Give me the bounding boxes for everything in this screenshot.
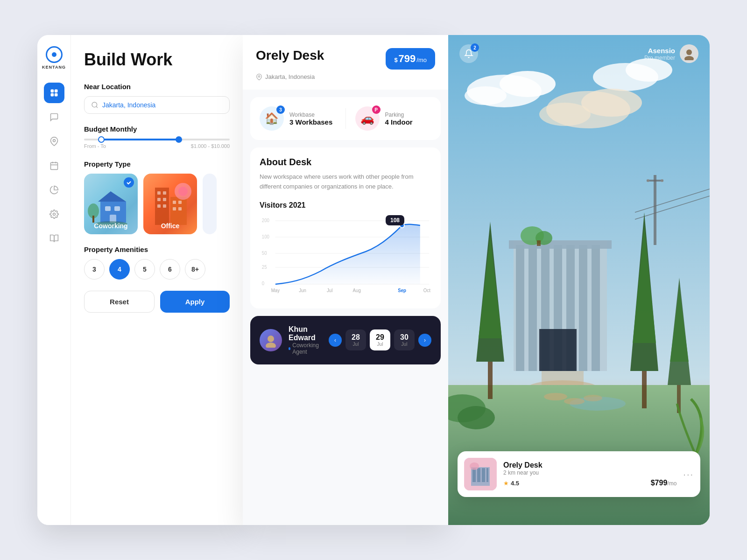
date-29[interactable]: 29 Jul	[370, 329, 390, 350]
agent-name: Khun Edward	[289, 325, 322, 342]
svg-rect-23	[163, 191, 166, 195]
date-28[interactable]: 28 Jul	[345, 329, 366, 350]
right-panel: 2 Asensio Pro member	[448, 35, 710, 525]
workbase-value: 3 Workbases	[289, 118, 332, 126]
star-icon: ★	[503, 480, 509, 487]
sidebar-item-chat[interactable]	[44, 107, 64, 127]
property-card-office[interactable]: Office	[143, 174, 197, 234]
right-top-bar: 2 Asensio Pro member	[448, 35, 710, 72]
sidebar-item-calendar[interactable]	[44, 155, 64, 176]
svg-rect-0	[50, 90, 54, 93]
svg-point-99	[544, 393, 567, 400]
reset-button[interactable]: Reset	[84, 291, 155, 313]
user-avatar	[680, 44, 698, 63]
svg-rect-105	[477, 468, 480, 482]
svg-text:0: 0	[262, 280, 265, 286]
slider-thumb-left[interactable]	[98, 136, 105, 143]
svg-point-64	[539, 103, 591, 126]
amenity-5[interactable]: 5	[134, 259, 155, 280]
date-30-mon: Jul	[400, 342, 409, 347]
agent-role: Coworking Agent	[289, 342, 322, 355]
date-30[interactable]: 30 Jul	[394, 329, 415, 350]
property-type-section: Property Type	[84, 160, 230, 234]
amenity-buttons: 3 4 5 6 8+	[84, 259, 230, 280]
amenities-section: Property Amenities 3 4 5 6 8+	[84, 245, 230, 280]
apply-button[interactable]: Apply	[160, 291, 230, 313]
notification-button[interactable]: 2	[459, 44, 478, 63]
user-name: Asensio	[644, 47, 675, 55]
svg-point-63	[581, 89, 642, 117]
svg-rect-1	[54, 90, 57, 93]
action-buttons: Reset Apply	[84, 291, 230, 313]
location-value: Jakarta, Indonesia	[102, 101, 155, 109]
svg-point-97	[458, 406, 495, 429]
workbase-label: Workbase	[289, 112, 332, 118]
feature-divider	[345, 108, 346, 129]
svg-text:Jun: Jun	[299, 287, 306, 293]
svg-rect-13	[92, 216, 94, 223]
date-next-btn[interactable]: ›	[418, 334, 431, 347]
filter-panel: Build Work Near Location Jakarta, Indone…	[71, 35, 243, 525]
price-currency: $	[394, 56, 397, 63]
svg-text:Oct: Oct	[423, 287, 430, 293]
location-pin-icon	[256, 74, 262, 80]
page-title: Build Work	[84, 50, 230, 70]
svg-rect-92	[642, 371, 647, 408]
svg-point-108	[470, 462, 479, 470]
grid-icon	[49, 88, 59, 98]
sidebar-item-grid[interactable]	[44, 83, 64, 103]
date-nav: ‹ 28 Jul 29 Jul 30 Jul ›	[329, 329, 431, 350]
slider-thumb-right[interactable]	[176, 136, 182, 143]
amenity-8plus[interactable]: 8+	[185, 259, 205, 280]
amenity-6[interactable]: 6	[160, 259, 180, 280]
amenities-label: Property Amenities	[84, 245, 230, 253]
budget-slider[interactable]	[84, 139, 230, 140]
svg-text:200: 200	[262, 217, 270, 223]
svg-rect-106	[482, 468, 485, 482]
svg-rect-25	[163, 198, 166, 201]
workbase-icon-wrap: 🏠 3	[260, 106, 284, 131]
sidebar-item-location[interactable]	[44, 131, 64, 152]
location-input[interactable]: Jakarta, Indonesia	[84, 96, 230, 114]
amenity-3[interactable]: 3	[84, 259, 105, 280]
about-text: New workspace where users work with othe…	[260, 172, 431, 192]
property-card-coworking[interactable]: Coworking	[84, 174, 138, 234]
office-label: Office	[143, 222, 197, 230]
amenity-4[interactable]: 4	[109, 259, 130, 280]
svg-rect-89	[488, 362, 493, 399]
svg-point-58	[500, 71, 556, 97]
date-30-num: 30	[400, 333, 409, 342]
property-card-third[interactable]	[203, 174, 217, 234]
agent-avatar	[260, 329, 282, 351]
sidebar-item-chart[interactable]	[44, 180, 64, 200]
svg-rect-78	[592, 245, 600, 371]
svg-text:100: 100	[262, 234, 270, 239]
desk-header: Orely Desk $ 799 /mo Jakarta, Indonesia	[243, 35, 448, 90]
svg-text:Aug: Aug	[353, 287, 361, 293]
date-prev-btn[interactable]: ‹	[329, 334, 342, 347]
about-card: About Desk New workspace where users wor…	[250, 147, 441, 308]
svg-rect-28	[173, 201, 176, 204]
overlay-distance: 2 km near you	[503, 469, 677, 476]
desk-title-row: Orely Desk $ 799 /mo	[256, 48, 435, 70]
svg-rect-16	[105, 206, 111, 211]
chart-tooltip: 108	[386, 215, 404, 225]
parking-label: Parking	[385, 112, 413, 118]
feature-workbase: 🏠 3 Workbase 3 Workbases	[260, 106, 336, 131]
sidebar-item-settings[interactable]	[44, 204, 64, 224]
sidebar-item-book[interactable]	[44, 228, 64, 249]
parking-badge: P	[372, 105, 381, 114]
user-role: Pro member	[644, 55, 675, 61]
svg-rect-22	[157, 191, 161, 195]
slider-fill	[101, 139, 178, 140]
user-avatar-icon	[683, 47, 696, 60]
svg-point-54	[686, 49, 692, 55]
svg-text:50: 50	[262, 250, 267, 255]
svg-text:Sep: Sep	[398, 287, 406, 293]
agent-role-text: Coworking Agent	[292, 342, 322, 355]
svg-text:25: 25	[262, 264, 267, 269]
more-options-button[interactable]: ···	[683, 469, 694, 480]
overlay-bottom: ★ 4.5 $799/mo	[503, 479, 677, 487]
property-overlay-info: Orely Desk 2 km near you ★ 4.5 $799/mo	[503, 461, 677, 487]
date-28-num: 28	[351, 333, 360, 342]
